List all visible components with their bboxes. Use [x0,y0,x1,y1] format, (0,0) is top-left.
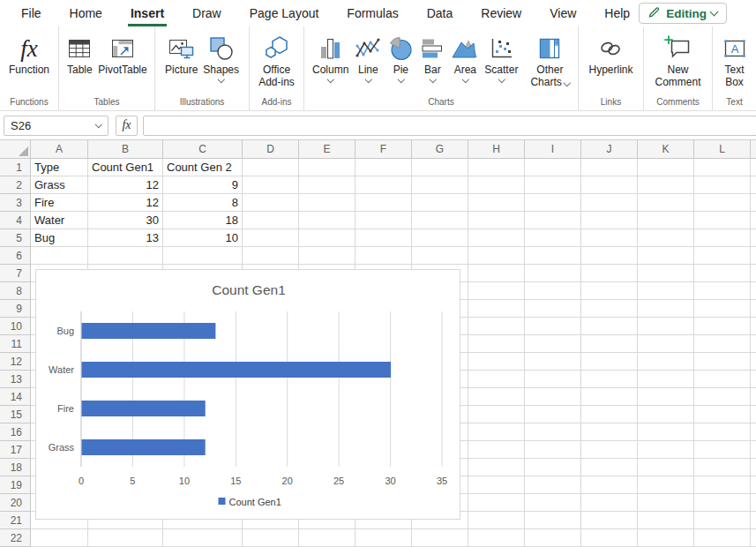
cell-K22[interactable] [638,529,694,547]
ribbon-new-comment-button[interactable]: New Comment [646,30,711,88]
column-header-A[interactable]: A [31,140,88,159]
cell-D1[interactable] [243,159,299,176]
cell-A4[interactable]: Water [31,212,88,229]
row-header-18[interactable]: 18 [0,459,31,476]
cell-E5[interactable] [299,229,356,247]
cell-I21[interactable] [525,512,581,529]
cell-E1[interactable] [299,159,356,176]
cell-J18[interactable] [581,459,638,476]
menu-tab-data[interactable]: Data [413,0,468,26]
cell-J15[interactable] [581,406,638,423]
menu-tab-home[interactable]: Home [56,0,116,26]
cell-A2[interactable]: Grass [31,176,88,194]
cell-D22[interactable] [243,529,299,547]
ribbon-function-button[interactable]: fxFunction [6,30,52,76]
cell-B2[interactable]: 12 [88,176,163,194]
cell-K18[interactable] [638,459,694,476]
cell-K12[interactable] [638,353,694,371]
cell-E22[interactable] [299,529,356,547]
cell-L15[interactable] [694,406,751,423]
menu-tab-help[interactable]: Help [590,0,644,26]
cell-B5[interactable]: 13 [88,229,163,247]
cell-L14[interactable] [694,388,751,406]
cell-K9[interactable] [638,300,694,318]
cell-K8[interactable] [638,282,694,300]
cell-H3[interactable] [468,194,525,212]
insert-function-button[interactable]: fx [116,116,138,136]
cell-L16[interactable] [694,423,751,441]
row-header-21[interactable]: 21 [0,512,31,529]
cell-K14[interactable] [638,388,694,406]
cell-H15[interactable] [468,406,525,423]
cell-H13[interactable] [468,371,525,388]
column-header-H[interactable]: H [468,140,525,159]
ribbon-hyperlink-button[interactable]: Hyperlink [586,30,635,76]
cell-I14[interactable] [525,388,581,406]
cell-H12[interactable] [468,353,525,371]
cell-A3[interactable]: Fire [31,194,88,212]
cell-I19[interactable] [525,476,581,494]
cell-I4[interactable] [525,212,581,229]
cell-D3[interactable] [243,194,299,212]
column-header-D[interactable]: D [243,140,299,159]
cell-L1[interactable] [694,159,751,176]
cell-F2[interactable] [356,176,412,194]
column-header-J[interactable]: J [581,140,638,159]
menu-tab-page-layout[interactable]: Page Layout [236,0,333,26]
cell-L4[interactable] [694,212,751,229]
row-header-8[interactable]: 8 [0,282,31,300]
cell-L6[interactable] [694,247,751,265]
cell-G6[interactable] [412,247,468,265]
cell-J11[interactable] [581,335,638,353]
cell-K1[interactable] [638,159,694,176]
cell-G4[interactable] [412,212,468,229]
ribbon-text-box-button[interactable]: AText Box [716,30,753,88]
cell-H1[interactable] [468,159,525,176]
cell-J2[interactable] [581,176,638,194]
column-header-I[interactable]: I [525,140,581,159]
cell-E3[interactable] [299,194,356,212]
editing-mode-button[interactable]: Editing [639,3,727,24]
cell-L11[interactable] [694,335,751,353]
embedded-chart[interactable]: BugWaterFireGrass05101520253035Count Gen… [35,269,460,520]
menu-tab-insert[interactable]: Insert [116,0,178,26]
cell-E4[interactable] [299,212,356,229]
ribbon-table-button[interactable]: Table [64,30,95,76]
column-header-F[interactable]: F [356,140,412,159]
menu-tab-view[interactable]: View [535,0,590,26]
cell-L17[interactable] [694,441,751,459]
cell-J7[interactable] [581,265,638,282]
row-header-2[interactable]: 2 [0,176,31,194]
cell-B4[interactable]: 30 [88,212,163,229]
cell-L5[interactable] [694,229,751,247]
cell-L20[interactable] [694,494,751,512]
row-header-1[interactable]: 1 [0,159,31,176]
row-header-11[interactable]: 11 [0,335,31,353]
ribbon-shapes-button[interactable]: Shapes [200,30,242,86]
select-all-corner[interactable] [0,140,31,159]
cell-D4[interactable] [243,212,299,229]
cell-L2[interactable] [694,176,751,194]
ribbon-area-button[interactable]: Area [448,30,482,86]
cell-L18[interactable] [694,459,751,476]
cell-K11[interactable] [638,335,694,353]
cell-L12[interactable] [694,353,751,371]
cell-G1[interactable] [412,159,468,176]
cell-C1[interactable]: Count Gen 2 [163,159,243,176]
cell-I18[interactable] [525,459,581,476]
row-header-9[interactable]: 9 [0,300,31,318]
cell-K7[interactable] [638,265,694,282]
cell-J14[interactable] [581,388,638,406]
cell-C5[interactable]: 10 [163,229,243,247]
row-header-7[interactable]: 7 [0,265,31,282]
cell-J17[interactable] [581,441,638,459]
cell-K16[interactable] [638,423,694,441]
cell-H4[interactable] [468,212,525,229]
cell-I15[interactable] [525,406,581,423]
cell-B6[interactable] [88,247,163,265]
cell-F22[interactable] [356,529,412,547]
menu-tab-formulas[interactable]: Formulas [333,0,412,26]
cell-K3[interactable] [638,194,694,212]
cell-J22[interactable] [581,529,638,547]
cell-K10[interactable] [638,318,694,335]
